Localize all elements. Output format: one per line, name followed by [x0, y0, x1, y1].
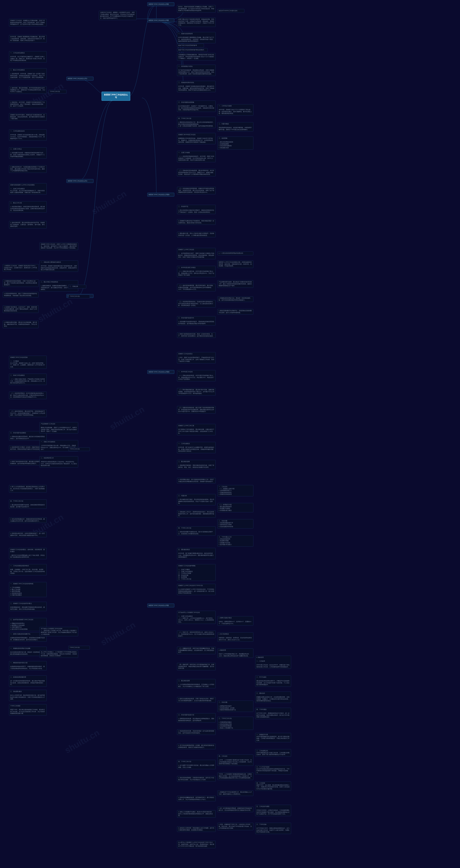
- right-node-5: 如如下的工作总结范例供参考的总结格式: [177, 48, 208, 52]
- bd-2: 三、存在问题与改进计划1. 招聘渠道有待拓展，部分紧缺岗位招聘难度较大，需积极探…: [177, 713, 216, 722]
- far-right-3: 三、改进措施1. 建立供应商备份机制2. 加强风险预警3. 优化内部沟通机制4.…: [217, 136, 253, 150]
- vb-2: 4. 加快人力资源数字化建设，推进HRIS系统功能完善，提升人力资源管理的精细化…: [177, 810, 216, 818]
- right-bottom-2: （二）培训工作：组织内外部培训XX次，参训人次达XX人，培训满意度为XX%，员工…: [177, 630, 216, 638]
- bd-3: 2. 培训体系有待完善，培训内容需进一步与业务需求紧密结合，提升培训的针对性和有…: [177, 729, 216, 735]
- far-right-bottom-2: 2. 员工培训情况内部培训：技能培训、管理培训、安全培训等各类培训共计XX次，参…: [217, 632, 253, 642]
- bd-6: 2. 深化培训体系建设，开展系列专项培训，提升员工专业能力和综合素质，为公司发展…: [177, 776, 216, 782]
- branch-left-1: 财星部门半年工作总结怎么写2: [66, 77, 93, 81]
- far-right-low-5: 4. 建设完善的数字化采购平台，实现采购全流程的数字化管理，提升工作效率和透明度…: [217, 309, 253, 314]
- right-low-3: 3. 团队建设方面，部分人员的专业能力仍需提升，培训体系有待进一步完善，人才梯队…: [177, 232, 216, 237]
- watermark-2: shuitu.cn: [90, 189, 128, 216]
- right-extended-2: 一、工作完成情况本半年度，部门全体员工认真履职尽责，按期完成采购任务，各项KPI…: [177, 442, 216, 453]
- left-connector-1: 下半年工作计划: [49, 90, 66, 94]
- right-low-1: 二、存在的不足1. 部分供应商交付稳定性仍需提升，偶发的供货延迟对生产节奏造成了…: [177, 205, 216, 214]
- branch-bottom: 财星部门半年工作总结怎么写图: [147, 603, 174, 607]
- bottom-mid-2: 在上半年工作基础上，人力资源部门下半年将重点推进以下工作：完善招聘体系建设、深化…: [39, 650, 78, 658]
- lower-left-1: 1. 财星部门工作总结，采购部门坚持以客户为中心，以效益为导向，以创新为动力，圆…: [3, 264, 39, 272]
- lower-left-3: 3. 切实加强风险管控，建立了完善的供应链风险评估和预警机制，有效规避了多起潜在…: [3, 292, 39, 298]
- mid-text-5: 2. 成本控制管理：通过多维度的成本管控手段，有效降低了采购成本，主要包括：谈判…: [9, 221, 47, 228]
- deep-left-2: 二、具体工作完成情况（一）采购计划执行情况：严格按照公司采购计划开展工作，完成各…: [9, 374, 47, 385]
- right-node-1: 各年末，采购与供应链部门积极配合公司战略，实现了一系列重要成果，以下是对于本年度…: [177, 5, 216, 12]
- mindmap-container: shuitu.cn shuitu.cn shuitu.cn shuitu.cn …: [0, 0, 460, 868]
- deeper-right-4: 三、下半年重点工作1. 深化供应链协同2. 推进降本增效3. 加快数字化转型4.…: [217, 535, 253, 547]
- lower-left-4: 4. 加强部门协作联动，主动与生产、销售、财务等部门加强沟通协调，提升了整体运营…: [3, 305, 39, 313]
- deep-left-4: （三）成本控制情况：通过多种手段，实现采购成本节约XX万元，在保证质量的前提下，…: [9, 409, 47, 417]
- far-right-low-1: 1. 一小部分的供应商管理如何改善总结: [217, 251, 253, 255]
- right-node-8: 二、采购成本控制与优化本半年度，采购部门持续推进成本控制项目，通过谈判与议价、批…: [177, 81, 216, 92]
- branch-top-title: 财星部门半年工作总结怎么写图: [147, 2, 174, 6]
- right-lower-3: （二）成本管控效果明显：通过竞争性谈判、集中采购、长期合同等措施，本半年度采购成…: [177, 284, 216, 291]
- bottom-left-4: 二、加强供应商质量管理进一步完善供应商质量管理体系，建立更加严格的质量准入标准，…: [9, 676, 47, 687]
- left-text-7: 采购部门在本半年度内，积极完成了各项采购任务，在降低成本、优化供应商结构、提升服…: [9, 113, 47, 121]
- brs-1: 5. 加强员工关系管理，营造积极向上的工作氛围，提升员工满意度和归属感，促进团队…: [177, 826, 216, 832]
- bd-4: 3. 员工职业发展通道需进一步清晰，建立更加完善的职业发展规划体系，激发员工积极…: [177, 744, 216, 749]
- lower-mid-section-1: 产品采购部门工作总结围绕公司发展战略，我部门上半年紧密结合生产、销售等业务部门需…: [39, 422, 78, 433]
- right-mid-3: 采购部门本半年度工作总结紧紧围绕公司年度经营目标，采购部门全体员工坚守岗位、积极…: [177, 133, 216, 144]
- right-lower-6: 2. 跨部门协同机制有待完善，需进一步加强与研发、生产、销售等部门的协调联动，提…: [177, 332, 216, 338]
- bottom-left-6: 下半年工作展望展望下半年，我们将以更加饱满的工作热情、更加务实的工作态度，全力以…: [9, 704, 47, 715]
- right-deep-4: 四、下半年工作计划1. 加快供应链数字化建设步伐，着力打造智能化采购平台，实现采…: [177, 526, 216, 536]
- reb-1: 二、存在问题1. 招聘效率有待提升2. 培训体系需进一步完善3. 绩效管理精细化…: [217, 701, 253, 712]
- sec-lower-1: 采购部门工作总结的重点：成本控制、供应商管理、团队建设一般半年工作总结需要涵盖上…: [9, 548, 47, 559]
- final-3: 3. 切实，积极推进下半年工作，认真总结上半年经验，取长补短，努力完成下半年的各…: [217, 823, 253, 830]
- deeper-right-1: 一、工作总结（一）采购核心业务方面1. 业务规模持续扩大2. 采购结构持续优化3…: [217, 485, 253, 496]
- bar-2: 二、工作成果总结本半年度圆满完成了各项工作任务，工作质量达到既定标准，获得了部门…: [255, 749, 291, 756]
- right-bottom-5: 二、重点项目进展1. 人才发展体系建设项目持续推进，已完成核心人才库的建立，为公…: [177, 679, 216, 688]
- right-mid-6: （三）供应链稳定性明显增强。积极应对市场变化和突发情况，加强库存管理，建立安全库…: [177, 187, 216, 194]
- right-node-7: 一、供应链整合与优化为了提升供应链效率，降低整体运营成本，本部门积极推动供应商整…: [177, 65, 216, 76]
- bd-1: 2. 组织文化建设稳步推进，开展了多项文化活动，增强了员工的归属感和凝聚力，企业…: [177, 697, 216, 703]
- add-right-4: 四、下半年规划在下半年工作中，将继续保持良好工作状态，进一步提升专业技能，加强与…: [255, 708, 291, 719]
- right-lower-2: 二、本半年度主要工作情况（一）采购任务全面完成：本半年度共完成采购订单XX笔，采…: [177, 266, 216, 277]
- vbd-1: 四、工作总结上半年，人力资源部门圆满完成了各项工作任务，为公司的稳健运营提供了有…: [217, 754, 253, 766]
- far-right-low-2: 财星部门上半年工作总结报告示例，本报告涵盖供应商管理、成本控制、采购流程等方面，…: [217, 260, 253, 268]
- sec-lower-2: 一、工作总结报告的基本格式标题、总体概述、分项工作汇报、存在问题、改进措施、下阶…: [9, 564, 47, 576]
- final-5: 六、下半年目标在下半年的工作中，我将以更高标准要求自己，全力以赴完成工作任务，在…: [255, 823, 291, 834]
- deep-right-1: 采购部门工作总结范文上半年，我部门在总经理的带领下，严格按照年度工作计划，完成了…: [177, 352, 216, 363]
- sub-branch-1: 财星部门半年工作总结怎么写图: [147, 19, 174, 22]
- right-lower-4: （三）供应商管理持续优化：完成供应商年度考核评估，对不达标供应商进行整改或淘汰，…: [177, 300, 216, 308]
- right-node-3: 一、采购与供应商管理本半年度采购部门紧紧围绕公司战略，重点开展了以下工作，包括供…: [177, 32, 216, 43]
- watermark-4: shuitu.cn: [108, 404, 146, 432]
- vb-1: 3. 持续优化薪酬福利体系，提升整体竞争力，吸引和留住优秀人才，为公司发展提供持…: [177, 796, 216, 801]
- bar-1: 一、技能提升方面本半年度积极参加专业技能培训，努力学习新知识新技能，工作能力得到…: [255, 733, 291, 742]
- very-deep-1: 4. 部门人才培养需加强，建议制定系统性的人才培养计划，加大对员工专业技能培训的…: [9, 485, 47, 493]
- left-text-8: 一、工作完成情况总结本半年度，采购部门共完成采购任务XXX项，采购金额XXX万元…: [9, 129, 47, 141]
- right-ext-1: 五、团队建设情况本半年度，部门积极开展团队建设活动，组织业务培训XX次，培训覆盖…: [177, 548, 216, 559]
- right-ext-2: 采购部门工作总结参考模板一、总体工作概述二、主要工作完成情况三、工作亮点与创新四…: [177, 564, 216, 581]
- lower-mid-label-3: 下半年工作计划: [68, 447, 90, 451]
- deep-right-2: 一、本半年度工作总结（一）采购业务稳步推进：本半年度共完成采购订单XX份，采购金…: [177, 370, 216, 381]
- sec-lower-4: 二、采购部门工作总结的写作要点应坚持数据说话，用具体数字和案例支撑总结内容，避免…: [9, 602, 47, 611]
- sec-lower-3: 一、采购部门半年工作总结内容构成1. 工作业绩概述2. 重点工作进展3. 成本控…: [9, 582, 47, 597]
- lower-mid-1: 采购部门半年工作总结：本部门上半年工作围绕供应链优化、成本控制、效率提升三个核心…: [39, 243, 78, 250]
- right-ext-3: 采购部门上半年工作总结与下半年计划以上内容为采购部门上半年工作的综合总结，下半年…: [177, 584, 216, 595]
- deeper-right-3: 二、存在问题1. 供应商质量参差不齐2. 成本管控压力持续3. 信息化建设有待加…: [217, 519, 253, 528]
- final-1: 1. 积极推进下半年各项招聘工作，重点加强核心人才引进，确保关键岗位人才配置到位…: [217, 790, 253, 796]
- branch-mid-1: 财星部门半年工作总结怎么写3: [66, 179, 93, 183]
- lower-mid-label-2: 下半年工作计划: [68, 294, 90, 298]
- right-low-2: 2. 采购数字化建设尚处于初级阶段，系统功能还需进一步完善和优化，数据分析能力有…: [177, 219, 216, 225]
- brs-2: 以上即为人力资源部门上半年工作总结及下半年工作计划，请领导审阅，如有不足之处，恳…: [177, 841, 216, 848]
- right-lower-5: 三、存在问题与改进方向1. 供应链数字化程度有待提升，需加快推进采购管理系统的升…: [177, 316, 216, 326]
- left-text-2: 本半年度，采购部门紧紧围绕公司战略目标，重点开展了供应商管理、成本控制、流程优化…: [9, 35, 47, 42]
- lower-mid-label-1: 二、采购业务: [68, 285, 86, 288]
- final-2: 2. 进一步完善绩效管理制度，探索更加科学有效的考核方式，充分发挥绩效管理对员工…: [217, 807, 253, 812]
- left-text-4: 二、重点工作完成情况1. 供应商管理：本半年度，采购部门进一步完善了供应商评估体…: [9, 68, 47, 80]
- right-node-label-1: 如实对于本半年工作进行总结: [217, 9, 244, 13]
- reb-2: 三、下半年工作计划1. 完善招聘体系建设2. 深化培训项目开展3. 优化绩效管理…: [217, 717, 253, 730]
- right-mid-4: 一、主要工作成绩（一）供应商管理效能持续提升。本半年度，我部门对供应商进行了全面…: [177, 151, 216, 162]
- bar-4: 四、工作展望展望下半年，信心满满，将以更积极进取的态度投入工作，为团队和公司创造…: [255, 781, 291, 791]
- branch-b6: 财星部门半年工作总结怎么写图5: [147, 370, 174, 374]
- branch-right-center: 财星部门半年工作总结怎么写图5: [147, 193, 174, 196]
- deep-right-3: （二）降本增效措施见效：通过推行集中采购、战略采购等措施，实现采购成本同比下降X…: [177, 388, 216, 396]
- right-deep-2: 三、问题分析1. 部分物料供应不稳定：受全球供应链波动影响，部分关键物料出现供应…: [177, 494, 216, 505]
- right-extended-1: 采购部门上半年工作汇报本汇报将从工作完成情况、重点项目进展、问题分析及下半年工作…: [177, 424, 216, 435]
- right-mid-2: 四、下半年工作计划1. 继续深化供应链优化工作，重点关注供应链风险管控，建立完善…: [177, 117, 216, 128]
- right-node-6: 为有效配合公司整体战略目标，同时提升本部门的专业化运营水平，本年度采购与供应链部…: [177, 53, 216, 61]
- left-text-1: 采购部门工作总结，积极配合公司整体战略，实现了采购成本的有效控制，优化了供应商结…: [9, 19, 47, 26]
- right-deep-3: 2. 采购成本上升压力：原材料价格波动加大，部分品类采购成本有所上升，成本管控难…: [177, 510, 216, 518]
- far-right-1: 一、工作亮点与成绩本半年度，采购部门在以下几个方面取得了突出成绩：供应商优化整合…: [217, 104, 253, 116]
- final-4: 五、工作总结与感想半年的工作经历，让我在专业知识、工作技能和团队协作等方面都有了…: [255, 805, 291, 816]
- watermark-7: shuitu.cn: [63, 727, 101, 755]
- left-text-3: 一、工作总体完成情况本半年度，在公司领导的正确指导下，采购部门全体人员团结一致，…: [9, 51, 47, 63]
- add-right-1: 4. 绩效管理一、工作效率本半年度工作总结：在过去半年中，积极完成了所负责的各项…: [255, 656, 291, 669]
